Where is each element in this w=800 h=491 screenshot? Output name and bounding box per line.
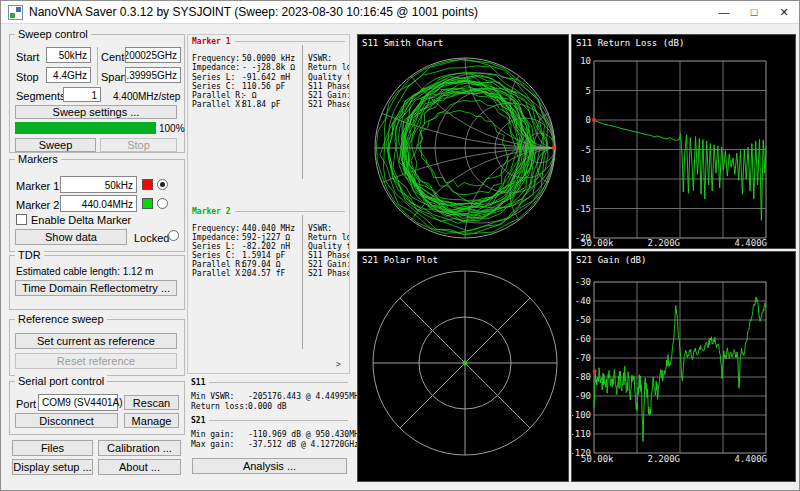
port-select[interactable]: COM9 (SV4401A) ▾ (38, 394, 118, 411)
locked-label: Locked (134, 232, 169, 244)
marker1-panel-title: Marker 1 (192, 37, 345, 46)
cable-length-text: Estimated cable length: 1.12 m (16, 266, 153, 277)
marker2-row: Impedance:592-j227 Ω (192, 233, 290, 242)
svg-text:-40: -40 (575, 296, 591, 306)
stop-button[interactable]: Stop (100, 138, 177, 152)
svg-text:50.00k: 50.00k (581, 454, 614, 464)
maximize-icon[interactable]: □ (739, 1, 769, 23)
svg-text:-30: -30 (575, 277, 591, 287)
span-label: Span (101, 71, 127, 83)
s11-return-loss-chart-panel[interactable]: 1050-5-10-15-2050.00k2.200G4.400G S11 Re… (571, 34, 796, 249)
svg-text:-10: -10 (575, 174, 591, 184)
window-title: NanoVNA Saver 0.3.12 by SYSJOINT (Sweep:… (29, 5, 478, 19)
s11-min-vswr-row: Min VSWR:-205176.443 @ 4.44995MHz (191, 392, 364, 401)
marker1-radio[interactable] (157, 179, 168, 190)
enable-delta-marker-label: Enable Delta Marker (31, 214, 131, 226)
tdr-legend: TDR (15, 249, 44, 262)
marker2-radio[interactable] (157, 198, 168, 209)
svg-text:5: 5 (586, 86, 591, 96)
svg-text:2.200G: 2.200G (647, 454, 680, 464)
set-reference-button[interactable]: Set current as reference (15, 333, 177, 349)
s21-max-gain-row: Max gain:-37.512 dB @ 4.12720GHz (191, 440, 359, 449)
calibration-button[interactable]: Calibration ... (98, 440, 181, 456)
svg-text:2.200G: 2.200G (647, 238, 680, 248)
segments-label: Segments (16, 90, 66, 102)
about-button[interactable]: About ... (98, 459, 181, 475)
rescan-button[interactable]: Rescan (124, 395, 179, 410)
marker1-row: Parallel R:- Ω (192, 91, 256, 100)
s11-smith-chart-title: S11 Smith Chart (362, 38, 443, 48)
manage-button[interactable]: Manage (124, 413, 179, 428)
svg-text:0: 0 (586, 115, 591, 125)
marker2-right-row: S21 Phase: (308, 269, 350, 278)
locked-radio[interactable] (168, 230, 179, 241)
marker2-row: Frequency:440.040 MHz (192, 224, 295, 233)
marker2-row: Series L:-82.202 nH (192, 242, 290, 251)
display-setup-button[interactable]: Display setup ... (12, 459, 93, 475)
svg-text:-70: -70 (575, 353, 591, 363)
reset-reference-button[interactable]: Reset reference (15, 353, 177, 369)
s11-return-loss-chart-title: S11 Return Loss (dB) (576, 38, 684, 48)
marker2-label: Marker 2 (16, 199, 59, 211)
span-input[interactable]: 4.39995GHz (125, 67, 181, 83)
marker1-right-row: Return los (308, 63, 350, 72)
svg-text:-80: -80 (575, 372, 591, 382)
port-label: Port (16, 398, 36, 410)
segments-input[interactable]: 1 (63, 87, 101, 102)
svg-text:-60: -60 (575, 334, 591, 344)
marker1-row: Parallel X:81.84 pF (192, 100, 281, 109)
disconnect-button[interactable]: Disconnect (15, 413, 118, 428)
marker2-panel-title: Marker 2 (192, 207, 345, 216)
start-input[interactable]: 50kHz (46, 47, 91, 63)
marker1-input[interactable]: 50kHz (60, 176, 137, 193)
marker1-right-row: S11 Phase: (308, 82, 350, 91)
step-size-text: 4.400MHz/step (113, 91, 180, 102)
app-icon (8, 5, 23, 20)
serial-port-legend: Serial port control (15, 375, 107, 388)
svg-text:10: 10 (580, 56, 591, 66)
s21-summary-title: S21 (191, 416, 348, 425)
svg-text:4.400G: 4.400G (734, 454, 767, 464)
marker2-row: Series C:1.5914 pF (192, 251, 285, 260)
marker2-right-row: VSWR: (308, 224, 332, 233)
svg-text:4.400G: 4.400G (734, 238, 767, 248)
marker2-row: Parallel R:679.04 Ω (192, 260, 281, 269)
markers-legend: Markers (15, 153, 61, 166)
tdr-button[interactable]: Time Domain Reflectometry ... (15, 280, 177, 296)
svg-text:-110: -110 (572, 429, 591, 439)
stop-label: Stop (16, 71, 39, 83)
sweep-button[interactable]: Sweep (15, 138, 96, 152)
center-input[interactable]: 2.200025GHz (125, 47, 181, 63)
files-button[interactable]: Files (12, 440, 93, 456)
scroll-right-arrow-icon[interactable]: > (336, 360, 341, 369)
svg-text:50.00k: 50.00k (581, 238, 614, 248)
sweep-settings-button[interactable]: Sweep settings ... (15, 105, 177, 119)
show-data-button[interactable]: Show data (15, 229, 127, 245)
marker2-right-row: S21 Gain: (308, 260, 350, 269)
s11-smith-chart-panel[interactable]: S11 Smith Chart (357, 34, 569, 249)
svg-text:-50: -50 (575, 315, 591, 325)
marker2-color-swatch[interactable] (142, 198, 153, 209)
marker1-column-divider (302, 45, 303, 179)
start-label: Start (16, 51, 39, 63)
s11-summary-title: S11 (191, 378, 348, 387)
analysis-button[interactable]: Analysis ... (192, 458, 347, 474)
svg-text:-15: -15 (575, 204, 591, 214)
marker1-row: Impedance:- -j28.8k Ω (192, 63, 295, 72)
marker1-row: Frequency:50.0000 kHz (192, 54, 295, 63)
svg-text:-90: -90 (575, 391, 591, 401)
marker2-input[interactable]: 440.04MHz (60, 195, 137, 212)
app-window: NanoVNA Saver 0.3.12 by SYSJOINT (Sweep:… (0, 0, 800, 491)
svg-text:-5: -5 (580, 145, 591, 155)
marker2-row: Parallel X:204.57 fF (192, 269, 285, 278)
enable-delta-marker-checkbox[interactable] (16, 214, 27, 225)
s21-min-gain-row: Min gain:-110.969 dB @ 950.430MHz (191, 430, 364, 439)
minimize-icon[interactable]: — (709, 1, 739, 23)
s21-polar-plot-panel[interactable]: S21 Polar Plot (357, 251, 569, 482)
marker1-color-swatch[interactable] (142, 179, 153, 190)
close-icon[interactable]: ✕ (769, 1, 799, 23)
s21-gain-chart-title: S21 Gain (dB) (576, 255, 646, 265)
reference-sweep-legend: Reference sweep (15, 313, 107, 326)
stop-input[interactable]: 4.4GHz (46, 67, 91, 83)
s21-gain-chart-panel[interactable]: -30-40-50-60-70-80-90-100-110-12050.00k2… (571, 251, 796, 482)
